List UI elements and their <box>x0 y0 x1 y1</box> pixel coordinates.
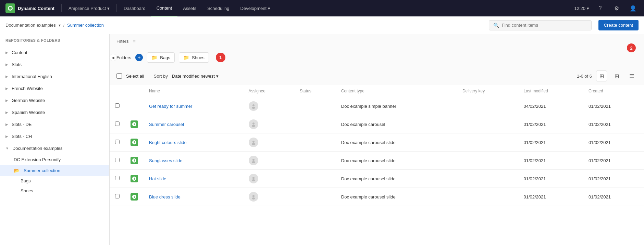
th-content-type: Content type <box>336 85 457 97</box>
row-status-cell <box>294 115 336 133</box>
row-checkbox[interactable] <box>115 121 120 126</box>
content-item-name[interactable]: Sunglasses slide <box>149 158 183 163</box>
nav-separator-2 <box>116 4 117 12</box>
settings-icon[interactable]: ⚙ <box>611 3 622 14</box>
sidebar-item-label: Slots - CH <box>12 134 32 139</box>
list-view-button[interactable]: ☰ <box>626 70 637 81</box>
sidebar-item-content[interactable]: ▶ Content <box>0 47 109 59</box>
app-logo: Dynamic Content <box>5 3 54 13</box>
content-type-icon <box>131 157 138 164</box>
nav-item-development[interactable]: Development ▾ <box>235 0 276 16</box>
folder-chip-shoes[interactable]: 📁 Shoes <box>179 52 209 63</box>
add-folder-button[interactable]: + <box>135 54 143 61</box>
row-assignee-cell <box>243 152 294 170</box>
content-item-name[interactable]: Get ready for summer <box>149 104 192 109</box>
breadcrumb-dropdown-icon[interactable]: ▾ <box>59 23 61 28</box>
breadcrumb-current[interactable]: Summer collection <box>67 23 104 28</box>
sidebar-item-documentation-examples[interactable]: ▼ Documentation examples <box>0 142 109 154</box>
select-all-label[interactable]: Select all <box>126 74 144 79</box>
collapse-panel-button[interactable]: ◀ <box>110 54 117 61</box>
row-checkbox[interactable] <box>115 176 120 180</box>
search-input[interactable] <box>502 23 587 28</box>
sidebar-item-spanish-website[interactable]: ▶ Spanish Website <box>0 106 109 118</box>
row-checkbox[interactable] <box>115 158 120 162</box>
table-row: Summer carousel Doc example carousel 01/… <box>110 115 644 133</box>
row-assignee-cell <box>243 170 294 188</box>
sidebar-item-slots[interactable]: ▶ Slots <box>0 59 109 70</box>
row-assignee-cell <box>243 133 294 152</box>
sidebar-item-label: DC Extension Personify <box>14 157 61 162</box>
sidebar-item-slots-ch[interactable]: ▶ Slots - CH <box>0 130 109 142</box>
content-item-name[interactable]: Bright colours slide <box>149 140 187 145</box>
nav-item-dashboard[interactable]: Dashboard <box>118 0 151 16</box>
folder-chip-bags[interactable]: 📁 Bags <box>147 52 175 63</box>
table-row: Bright colours slide Doc example carouse… <box>110 133 644 152</box>
sidebar-item-slots-de[interactable]: ▶ Slots - DE <box>0 118 109 130</box>
nav-product-chevron: ▾ <box>107 6 110 11</box>
breadcrumb-parent[interactable]: Documentation examples <box>5 23 56 28</box>
chevron-icon: ▶ <box>5 51 8 54</box>
sidebar-item-shoes[interactable]: Shoes <box>0 186 109 196</box>
sidebar-item-label: German Website <box>12 98 45 103</box>
nav-item-assets[interactable]: Assets <box>177 0 202 16</box>
nav-right: 12:20 ▾ ? ⚙ 👤 <box>574 3 639 14</box>
sidebar-item-german-website[interactable]: ▶ German Website <box>0 94 109 106</box>
row-content-type-cell: Doc example simple banner <box>336 97 457 115</box>
sidebar-item-label: Slots <box>12 62 22 67</box>
sidebar-item-french-website[interactable]: ▶ French Website <box>0 82 109 94</box>
row-checkbox-cell <box>110 152 125 170</box>
select-all-checkbox[interactable] <box>116 73 122 79</box>
folder-chip-label-shoes: Shoes <box>192 55 205 60</box>
content-item-name[interactable]: Summer carousel <box>149 122 184 127</box>
row-checkbox[interactable] <box>115 194 120 198</box>
sidebar-item-label: Content <box>12 50 27 55</box>
content-item-name[interactable]: Blue dress slide <box>149 194 181 199</box>
content-item-name[interactable]: Hat slide <box>149 176 166 181</box>
row-checkbox[interactable] <box>115 140 120 144</box>
chevron-icon: ▶ <box>5 75 8 78</box>
row-icon-cell <box>125 133 144 152</box>
nav-item-scheduling[interactable]: Scheduling <box>202 0 235 16</box>
th-created: Created <box>583 85 644 97</box>
assignee-avatar <box>249 174 258 183</box>
app-title: Dynamic Content <box>18 6 54 11</box>
row-content-type-cell: Doc example carousel <box>336 115 457 133</box>
th-icon <box>125 85 144 97</box>
chevron-icon: ▶ <box>5 134 8 138</box>
row-content-type-cell: Doc example carousel slide <box>336 170 457 188</box>
sidebar-item-international-english[interactable]: ▶ International English <box>0 70 109 82</box>
search-icon: 🔍 <box>493 23 499 28</box>
badge-2: 2 <box>627 43 636 52</box>
sidebar-item-summer-collection[interactable]: 📂 Summer collection <box>0 165 109 176</box>
filter-icon[interactable]: ≡ <box>133 38 135 44</box>
create-content-button[interactable]: Create content <box>598 20 639 30</box>
sort-dropdown[interactable]: Date modified newest ▾ <box>172 74 219 79</box>
svg-point-10 <box>252 177 255 179</box>
folders-row: 2 ◀ Folders + 📁 Bags 📁 Shoes 1 <box>110 48 644 67</box>
th-checkbox <box>110 85 125 97</box>
sidebar-item-dc-extension[interactable]: DC Extension Personify <box>0 154 109 165</box>
nav-item-product[interactable]: Amplience Product ▾ <box>63 0 115 16</box>
row-last-modified-cell: 01/02/2021 <box>518 133 583 152</box>
svg-point-7 <box>252 143 255 145</box>
filters-label: Filters <box>116 39 128 44</box>
row-icon-cell <box>125 115 144 133</box>
svg-point-8 <box>252 159 255 161</box>
chevron-icon: ▶ <box>5 122 8 126</box>
user-icon[interactable]: 👤 <box>628 3 639 14</box>
help-icon[interactable]: ? <box>595 3 606 14</box>
nav-item-content[interactable]: Content <box>151 0 178 16</box>
grid-view-button[interactable]: ⊞ <box>611 70 622 81</box>
chevron-icon: ▶ <box>5 99 8 102</box>
chevron-icon: ▶ <box>5 111 8 114</box>
svg-point-2 <box>252 104 255 106</box>
sidebar-item-bags[interactable]: Bags <box>0 176 109 186</box>
chevron-icon: ▼ <box>5 146 9 150</box>
folder-open-icon: 📂 <box>14 168 20 173</box>
svg-point-6 <box>252 141 255 143</box>
count-label: 1-6 of 6 <box>577 74 592 79</box>
row-checkbox[interactable] <box>115 103 120 108</box>
content-type-icon <box>131 120 138 128</box>
badge-1: 1 <box>216 53 225 62</box>
column-filter-button[interactable]: ⊞ <box>596 70 607 81</box>
